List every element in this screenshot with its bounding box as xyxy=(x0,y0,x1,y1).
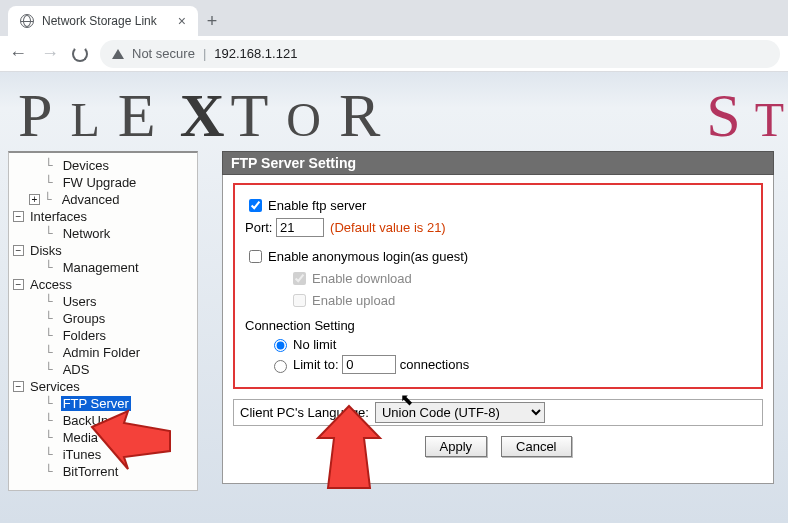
apply-button[interactable]: Apply xyxy=(425,436,488,457)
tree-toggle-icon[interactable]: − xyxy=(13,211,24,222)
tree-item-admin-folder[interactable]: └ Admin Folder xyxy=(9,344,197,361)
tree-item-users[interactable]: └ Users xyxy=(9,293,197,310)
highlighted-settings-frame: Enable ftp server Port: (Default value i… xyxy=(233,183,763,389)
not-secure-icon xyxy=(112,49,124,59)
tree-item-management[interactable]: └ Management xyxy=(9,259,197,276)
tree-label: Groups xyxy=(61,311,108,326)
enable-ftp-checkbox[interactable] xyxy=(249,199,262,212)
enable-upload-checkbox[interactable] xyxy=(293,294,306,307)
tree-item-devices[interactable]: └ Devices xyxy=(9,157,197,174)
tree-item-advanced[interactable]: +└ Advanced xyxy=(9,191,197,208)
browser-tab-strip: Network Storage Link × + xyxy=(0,0,788,36)
port-default-hint: (Default value is 21) xyxy=(330,220,446,235)
no-limit-label: No limit xyxy=(293,337,336,352)
address-text: 192.168.1.121 xyxy=(214,46,297,61)
back-button[interactable]: ← xyxy=(8,43,28,64)
port-label: Port: xyxy=(245,220,272,235)
enable-download-checkbox[interactable] xyxy=(293,272,306,285)
tree-item-ads[interactable]: └ ADS xyxy=(9,361,197,378)
forward-button[interactable]: → xyxy=(40,43,60,64)
main-panel: FTP Server Setting Enable ftp server Por… xyxy=(198,151,774,484)
tree-item-fw-upgrade[interactable]: └ FW Upgrade xyxy=(9,174,197,191)
tree-toggle-icon[interactable]: − xyxy=(13,381,24,392)
svg-marker-1 xyxy=(318,406,380,488)
tree-label: Management xyxy=(61,260,141,275)
tree-item-interfaces[interactable]: −Interfaces xyxy=(9,208,197,225)
tree-label: Folders xyxy=(61,328,108,343)
tree-item-access[interactable]: −Access xyxy=(9,276,197,293)
connection-setting-label: Connection Setting xyxy=(245,318,355,333)
new-tab-button[interactable]: + xyxy=(198,11,226,36)
address-separator: | xyxy=(203,46,206,61)
not-secure-label: Not secure xyxy=(132,46,195,61)
tree-label: FW Upgrade xyxy=(61,175,139,190)
tree-label: Network xyxy=(61,226,113,241)
limit-value-input[interactable] xyxy=(342,355,396,374)
reload-button[interactable] xyxy=(72,46,88,62)
panel-title: FTP Server Setting xyxy=(222,151,774,175)
tree-toggle-icon[interactable]: − xyxy=(13,245,24,256)
tree-label: Disks xyxy=(28,243,64,258)
limit-to-radio[interactable] xyxy=(274,360,287,373)
tree-label: Admin Folder xyxy=(61,345,142,360)
globe-icon xyxy=(20,14,34,28)
tree-label: Access xyxy=(28,277,74,292)
svg-marker-0 xyxy=(92,411,170,469)
tree-item-groups[interactable]: └ Groups xyxy=(9,310,197,327)
tab-title: Network Storage Link xyxy=(42,14,157,28)
tree-toggle-icon[interactable]: + xyxy=(29,194,40,205)
enable-download-label: Enable download xyxy=(312,271,412,286)
mouse-cursor-icon: ⬉ xyxy=(400,390,413,409)
tree-toggle-icon[interactable]: − xyxy=(13,279,24,290)
close-tab-icon[interactable]: × xyxy=(178,13,186,29)
tree-item-network[interactable]: └ Network xyxy=(9,225,197,242)
tree-item-services[interactable]: −Services xyxy=(9,378,197,395)
tree-item-disks[interactable]: −Disks xyxy=(9,242,197,259)
port-input[interactable] xyxy=(276,218,324,237)
connections-label: connections xyxy=(400,357,469,372)
no-limit-radio[interactable] xyxy=(274,339,287,352)
tree-item-folders[interactable]: └ Folders xyxy=(9,327,197,344)
tree-label: Services xyxy=(28,379,82,394)
enable-anonymous-label: Enable anonymous login(as guest) xyxy=(268,249,468,264)
tree-label: Users xyxy=(61,294,99,309)
limit-to-label: Limit to: xyxy=(293,357,339,372)
browser-tab[interactable]: Network Storage Link × xyxy=(8,6,198,36)
tree-label: Devices xyxy=(61,158,111,173)
cancel-button[interactable]: Cancel xyxy=(501,436,571,457)
browser-toolbar: ← → Not secure | 192.168.1.121 xyxy=(0,36,788,72)
brand-logo: PLEXTOR ST xyxy=(0,72,788,151)
annotation-arrow-icon xyxy=(310,402,388,492)
tree-label: ADS xyxy=(61,362,92,377)
enable-anonymous-checkbox[interactable] xyxy=(249,250,262,263)
enable-ftp-label: Enable ftp server xyxy=(268,198,366,213)
tree-label: Advanced xyxy=(60,192,122,207)
address-bar[interactable]: Not secure | 192.168.1.121 xyxy=(100,40,780,68)
enable-upload-label: Enable upload xyxy=(312,293,395,308)
tree-label: Interfaces xyxy=(28,209,89,224)
annotation-arrow-icon xyxy=(90,407,174,473)
